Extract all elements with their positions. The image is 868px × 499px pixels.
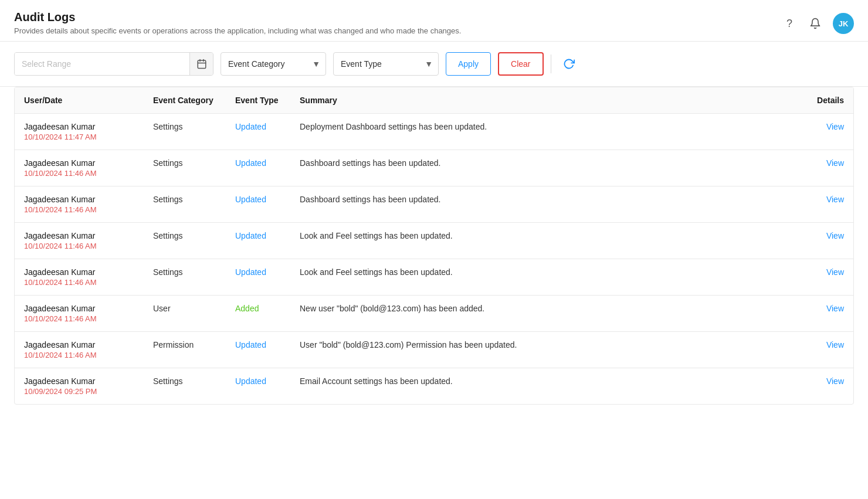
table-row: Jagadeesan Kumar 10/10/2024 11:46 AM Use…	[15, 296, 853, 332]
filter-bar: Event Category ▼ Event Type ▼ Apply Clea…	[0, 42, 868, 87]
cell-user-date: Jagadeesan Kumar 10/10/2024 11:47 AM	[15, 114, 144, 150]
view-link[interactable]: View	[826, 231, 844, 240]
cell-event-category: Settings	[144, 186, 226, 223]
col-header-details: Details	[806, 87, 853, 114]
cell-event-type: Updated	[226, 368, 290, 405]
cell-details: View	[806, 114, 853, 150]
cell-event-type: Added	[226, 296, 290, 332]
table-header: User/Date Event Category Event Type Summ…	[15, 87, 853, 114]
cell-event-type: Updated	[226, 150, 290, 186]
table-row: Jagadeesan Kumar 10/09/2024 09:25 PM Set…	[15, 368, 853, 405]
user-date: 10/10/2024 11:46 AM	[24, 242, 134, 250]
cell-user-date: Jagadeesan Kumar 10/10/2024 11:46 AM	[15, 296, 144, 332]
refresh-icon[interactable]	[558, 53, 579, 74]
cell-event-type: Updated	[226, 332, 290, 368]
header-right: ? JK	[781, 11, 854, 34]
table-row: Jagadeesan Kumar 10/10/2024 11:46 AM Set…	[15, 259, 853, 296]
event-type-select[interactable]: Event Type	[333, 52, 439, 76]
date-range-input[interactable]	[15, 53, 189, 75]
cell-summary: Look and Feel settings has been updated.	[290, 223, 806, 259]
view-link[interactable]: View	[826, 122, 844, 131]
cell-user-date: Jagadeesan Kumar 10/10/2024 11:46 AM	[15, 150, 144, 186]
event-type-wrapper: Event Type ▼	[333, 52, 439, 76]
user-date: 10/10/2024 11:46 AM	[24, 278, 134, 287]
table-row: Jagadeesan Kumar 10/10/2024 11:46 AM Set…	[15, 223, 853, 259]
event-type-badge: Added	[235, 304, 259, 313]
cell-summary: Look and Feel settings has been updated.	[290, 259, 806, 296]
cell-user-date: Jagadeesan Kumar 10/10/2024 11:46 AM	[15, 332, 144, 368]
col-header-user-date: User/Date	[15, 87, 144, 114]
view-link[interactable]: View	[826, 195, 844, 204]
table-row: Jagadeesan Kumar 10/10/2024 11:46 AM Per…	[15, 332, 853, 368]
audit-log-table-container: User/Date Event Category Event Type Summ…	[14, 87, 854, 405]
cell-summary: New user "bold" (bold@123.com) has been …	[290, 296, 806, 332]
col-header-summary: Summary	[290, 87, 806, 114]
col-header-event-type: Event Type	[226, 87, 290, 114]
view-link[interactable]: View	[826, 304, 844, 313]
cell-event-type: Updated	[226, 259, 290, 296]
event-type-badge: Updated	[235, 340, 266, 349]
user-date: 10/09/2024 09:25 PM	[24, 387, 134, 396]
cell-event-category: Settings	[144, 114, 226, 150]
cell-summary: User "bold" (bold@123.com) Permission ha…	[290, 332, 806, 368]
help-icon[interactable]: ?	[781, 15, 798, 32]
cell-event-type: Updated	[226, 223, 290, 259]
cell-event-category: Permission	[144, 332, 226, 368]
clear-button[interactable]: Clear	[498, 52, 543, 76]
cell-details: View	[806, 332, 853, 368]
notification-icon[interactable]	[807, 15, 823, 32]
cell-details: View	[806, 296, 853, 332]
table-row: Jagadeesan Kumar 10/10/2024 11:47 AM Set…	[15, 114, 853, 150]
cell-details: View	[806, 150, 853, 186]
cell-summary: Email Account settings has been updated.	[290, 368, 806, 405]
cell-event-category: Settings	[144, 368, 226, 405]
user-name: Jagadeesan Kumar	[24, 231, 134, 240]
col-header-event-category: Event Category	[144, 87, 226, 114]
user-date: 10/10/2024 11:46 AM	[24, 205, 134, 214]
event-category-select[interactable]: Event Category	[221, 52, 326, 76]
view-link[interactable]: View	[826, 267, 844, 277]
event-type-badge: Updated	[235, 231, 266, 240]
cell-user-date: Jagadeesan Kumar 10/09/2024 09:25 PM	[15, 368, 144, 405]
cell-event-category: Settings	[144, 150, 226, 186]
view-link[interactable]: View	[826, 376, 844, 386]
cell-event-category: Settings	[144, 223, 226, 259]
cell-summary: Deployment Dashboard settings has been u…	[290, 114, 806, 150]
table-row: Jagadeesan Kumar 10/10/2024 11:46 AM Set…	[15, 186, 853, 223]
cell-details: View	[806, 368, 853, 405]
cell-user-date: Jagadeesan Kumar 10/10/2024 11:46 AM	[15, 186, 144, 223]
event-type-badge: Updated	[235, 376, 266, 386]
user-date: 10/10/2024 11:46 AM	[24, 351, 134, 359]
event-type-badge: Updated	[235, 158, 266, 168]
audit-log-table: User/Date Event Category Event Type Summ…	[15, 87, 853, 404]
user-date: 10/10/2024 11:46 AM	[24, 169, 134, 178]
view-link[interactable]: View	[826, 340, 844, 349]
cell-event-type: Updated	[226, 186, 290, 223]
apply-button[interactable]: Apply	[446, 52, 491, 76]
page-header: Audit Logs Provides details about specif…	[0, 0, 868, 42]
user-date: 10/10/2024 11:47 AM	[24, 133, 134, 141]
header-left: Audit Logs Provides details about specif…	[14, 11, 461, 35]
page-title: Audit Logs	[14, 11, 461, 24]
user-name: Jagadeesan Kumar	[24, 267, 134, 277]
cell-details: View	[806, 186, 853, 223]
user-date: 10/10/2024 11:46 AM	[24, 314, 134, 323]
svg-rect-0	[198, 60, 206, 69]
view-link[interactable]: View	[826, 158, 844, 168]
calendar-icon[interactable]	[189, 52, 213, 76]
cell-user-date: Jagadeesan Kumar 10/10/2024 11:46 AM	[15, 223, 144, 259]
avatar[interactable]: JK	[833, 13, 854, 34]
event-type-badge: Updated	[235, 267, 266, 277]
event-category-wrapper: Event Category ▼	[221, 52, 326, 76]
user-name: Jagadeesan Kumar	[24, 122, 134, 131]
table-row: Jagadeesan Kumar 10/10/2024 11:46 AM Set…	[15, 150, 853, 186]
cell-user-date: Jagadeesan Kumar 10/10/2024 11:46 AM	[15, 259, 144, 296]
cell-summary: Dashboard settings has been updated.	[290, 186, 806, 223]
user-name: Jagadeesan Kumar	[24, 195, 134, 204]
page-subtitle: Provides details about specific events o…	[14, 26, 461, 35]
user-name: Jagadeesan Kumar	[24, 340, 134, 349]
event-type-badge: Updated	[235, 122, 266, 131]
cell-details: View	[806, 223, 853, 259]
cell-details: View	[806, 259, 853, 296]
cell-event-category: User	[144, 296, 226, 332]
